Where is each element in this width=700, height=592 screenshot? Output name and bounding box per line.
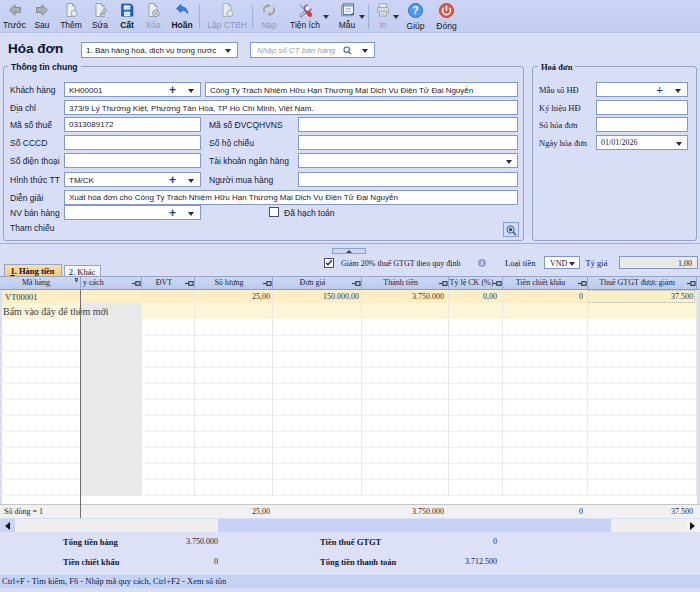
svg-text:?: ? (412, 4, 418, 16)
svg-text:i: i (481, 259, 483, 266)
